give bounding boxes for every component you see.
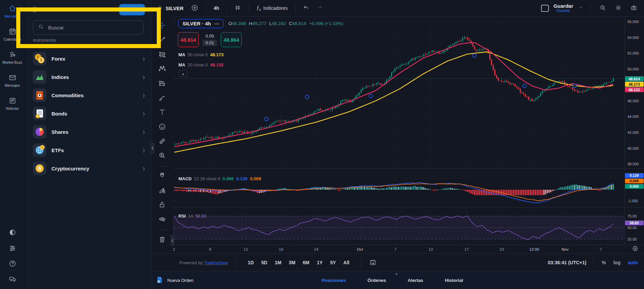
- svg-text:54.000: 54.000: [627, 36, 639, 40]
- forecast-tool[interactable]: [156, 78, 168, 90]
- text-icon: [158, 108, 166, 118]
- range-5y-button[interactable]: 5Y: [327, 258, 339, 267]
- trend-line-tool[interactable]: [156, 35, 168, 47]
- divider: [236, 258, 237, 267]
- lock-all-tool[interactable]: [156, 200, 168, 211]
- range-6m-button[interactable]: 6M: [300, 258, 312, 267]
- layout-select-button[interactable]: [541, 5, 549, 12]
- tab-posiciones[interactable]: Posiciones: [321, 276, 346, 285]
- range-3m-button[interactable]: 3M: [286, 258, 298, 267]
- compare-add-button[interactable]: [189, 3, 200, 14]
- new-order-button[interactable]: Nueva Orden: [152, 276, 193, 285]
- range-5d-button[interactable]: 5D: [258, 258, 271, 267]
- range-all-button[interactable]: All: [340, 258, 352, 267]
- zoom-in-tool[interactable]: [156, 150, 168, 162]
- sidebar-item-noticias[interactable]: Noticias: [0, 96, 25, 110]
- xabcd-pattern-tool[interactable]: [156, 64, 168, 76]
- panel-collapse-handle[interactable]: ❮: [150, 142, 155, 154]
- rsi-legend: RSI14 58.83: [178, 213, 207, 219]
- sidebar-item-mensajes[interactable]: Mensajes: [0, 73, 25, 87]
- panel-expand-icon[interactable]: ▲: [395, 272, 398, 275]
- svg-text:2: 2: [173, 247, 175, 251]
- measure-tool[interactable]: [156, 136, 168, 148]
- clock[interactable]: 03:36:41 (UTC+1): [548, 260, 586, 265]
- hide-drawings-icon: [158, 215, 166, 225]
- remove-drawings-tool[interactable]: [156, 234, 168, 246]
- sidebar-help-button[interactable]: [8, 259, 17, 268]
- buy-button[interactable]: 48.864: [221, 32, 242, 47]
- settings-button[interactable]: [613, 3, 624, 14]
- instrument-item-bonds[interactable]: Bonds›: [25, 104, 152, 123]
- trading-app: MercadosCalendarioMarket BuzzMensajesNot…: [0, 0, 644, 289]
- chevron-right-icon: ›: [143, 55, 145, 63]
- svg-text:24: 24: [314, 247, 319, 251]
- sidebar-item-market-buzz[interactable]: Market Buzz: [0, 50, 25, 64]
- sidebar-theme-button[interactable]: [8, 228, 17, 237]
- instrument-item-forex[interactable]: €$Forex›: [25, 49, 152, 68]
- new-order-icon: [156, 276, 164, 285]
- chart-style-button[interactable]: [232, 3, 243, 14]
- brush-tool[interactable]: [156, 92, 168, 104]
- go-to-date-icon[interactable]: [369, 259, 377, 266]
- search-input[interactable]: Buscar: [33, 20, 144, 35]
- svg-text:18: 18: [279, 247, 283, 251]
- hide-drawings-tool[interactable]: [156, 214, 168, 226]
- interval-button[interactable]: 4h: [212, 4, 221, 12]
- instrument-item-cryptocurrency[interactable]: BCryptocurrency›: [25, 159, 152, 178]
- tab-historial[interactable]: Historial: [444, 276, 464, 285]
- ma50-legend: MA50 close 0 48.173: [178, 52, 223, 57]
- svg-text:0.129: 0.129: [630, 173, 639, 178]
- divider: [227, 4, 227, 13]
- drawing-lock-tool[interactable]: [156, 185, 168, 197]
- tab-alertas[interactable]: Alertas: [407, 276, 424, 285]
- sidebar-item-mercados[interactable]: Mercados: [0, 4, 25, 18]
- sidebar-item-calendario[interactable]: Calendario: [0, 27, 25, 41]
- forecast-icon: [158, 79, 166, 89]
- range-1y-button[interactable]: 1Y: [314, 258, 326, 267]
- redo-button[interactable]: [315, 3, 325, 13]
- sell-button[interactable]: 48.814: [178, 32, 199, 47]
- percent-scale-button[interactable]: %: [600, 259, 607, 266]
- emoji-tool[interactable]: [156, 122, 168, 133]
- save-button[interactable]: Guardar Guardar: [554, 3, 573, 13]
- symbol-search-button[interactable]: SILVER: [156, 4, 186, 13]
- tradingview-link[interactable]: TradingView: [204, 260, 228, 265]
- text-tool[interactable]: [156, 107, 168, 119]
- chevron-down-icon[interactable]: [578, 5, 583, 12]
- sidebar-support-chat-button[interactable]: [8, 275, 17, 284]
- svg-text:25.00: 25.00: [627, 237, 637, 241]
- toolbar-collapse-handle[interactable]: ❮: [170, 235, 175, 246]
- done-button[interactable]: Hecho: [119, 4, 145, 15]
- spread: 0.05 0.01: [202, 34, 217, 46]
- candles-icon: [234, 4, 241, 12]
- chart-bottom-toolbar: Powered by TradingView 1D5D1M3M6M1Y5YAll…: [152, 253, 644, 271]
- svg-text:48.132: 48.132: [628, 88, 640, 92]
- log-scale-button[interactable]: log: [612, 259, 622, 266]
- instrument-item-shares[interactable]: Shares›: [25, 123, 152, 141]
- indicators-button[interactable]: ƒx Indicadores: [254, 3, 289, 13]
- sidebar-preferences-button[interactable]: [8, 244, 17, 252]
- instrument-item-commodities[interactable]: Commodities›: [25, 86, 152, 104]
- legend-symbol[interactable]: SILVER · 4h •••: [178, 19, 223, 28]
- emoji-icon: [158, 123, 166, 132]
- quick-search-button[interactable]: [597, 3, 608, 14]
- divider: [361, 258, 361, 267]
- auto-scale-button[interactable]: auto: [626, 259, 639, 266]
- svg-text:12: 12: [244, 247, 248, 251]
- range-1d-button[interactable]: 1D: [245, 258, 257, 267]
- tab-ordenes[interactable]: Órdenes: [367, 276, 387, 285]
- price-chart[interactable]: 56.00054.00052.00050.00046.00044.00042.0…: [152, 16, 644, 253]
- instrument-item-indices[interactable]: Indices›: [25, 68, 152, 86]
- powered-by: Powered by TradingView: [179, 260, 228, 265]
- magnet-tool[interactable]: [156, 171, 168, 183]
- legend-collapse-button[interactable]: ▲: [179, 70, 188, 77]
- undo-button[interactable]: [301, 3, 311, 13]
- more-icon[interactable]: •••: [214, 22, 219, 26]
- range-1m-button[interactable]: 1M: [272, 258, 284, 267]
- left-sidebar: MercadosCalendarioMarket BuzzMensajesNot…: [0, 0, 25, 289]
- snapshot-button[interactable]: [628, 3, 639, 14]
- instrument-item-etfs[interactable]: $ETFs›: [25, 141, 152, 159]
- fib-retracement-tool[interactable]: [156, 49, 168, 61]
- crosshair-tool[interactable]: [156, 20, 168, 32]
- cryptocurrency-icon: B: [33, 162, 46, 175]
